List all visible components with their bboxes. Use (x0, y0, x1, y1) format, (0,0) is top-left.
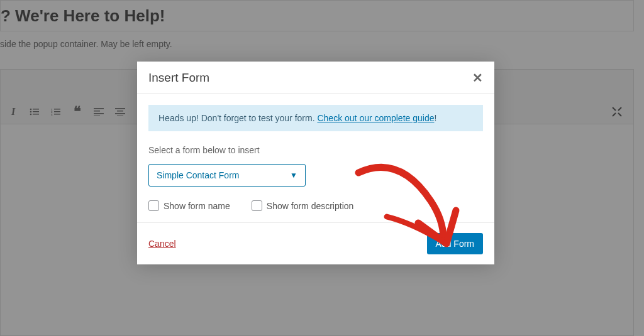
show-form-description-option[interactable]: Show form description (252, 200, 354, 211)
modal-header: Insert Form ✕ (137, 62, 494, 94)
modal-body: Heads up! Don't forget to test your form… (137, 94, 494, 222)
selected-form-value: Simple Contact Form (157, 170, 239, 180)
alert-link[interactable]: Check out our complete guide (317, 113, 434, 123)
chevron-down-icon: ▼ (290, 171, 297, 180)
close-icon[interactable]: ✕ (472, 70, 483, 85)
alert-text: Heads up! Don't forget to test your form… (158, 113, 317, 123)
modal-title: Insert Form (148, 71, 209, 85)
show-form-description-label: Show form description (267, 201, 354, 211)
show-form-name-checkbox[interactable] (148, 200, 159, 211)
insert-form-modal: Insert Form ✕ Heads up! Don't forget to … (137, 62, 494, 264)
show-form-name-label: Show form name (164, 201, 230, 211)
alert-suffix: ! (434, 113, 436, 123)
alert-banner: Heads up! Don't forget to test your form… (148, 105, 483, 131)
add-form-button[interactable]: Add Form (427, 233, 483, 254)
modal-footer: Cancel Add Form (137, 222, 494, 264)
select-form-label: Select a form below to insert (148, 145, 483, 155)
form-select-dropdown[interactable]: Simple Contact Form ▼ (148, 164, 306, 187)
checkbox-row: Show form name Show form description (148, 200, 483, 211)
show-form-description-checkbox[interactable] (252, 200, 262, 211)
show-form-name-option[interactable]: Show form name (148, 200, 230, 211)
cancel-button[interactable]: Cancel (148, 239, 176, 249)
